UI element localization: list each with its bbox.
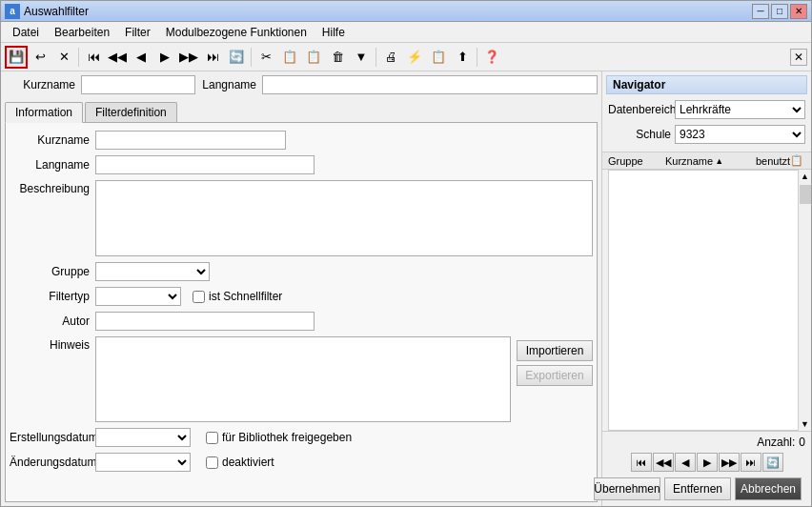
next-next-button[interactable]: ▶▶ bbox=[177, 46, 200, 69]
menu-hilfe[interactable]: Hilfe bbox=[315, 24, 353, 41]
gruppe-select[interactable] bbox=[95, 262, 210, 281]
aenderungsdatum-select[interactable] bbox=[95, 453, 191, 472]
menu-bar: Datei Bearbeiten Filter Modulbezogene Fu… bbox=[1, 22, 811, 43]
nav-next-next-button[interactable]: ▶▶ bbox=[719, 453, 740, 472]
table-body-content bbox=[608, 170, 805, 431]
help-button[interactable]: ❓ bbox=[480, 46, 503, 69]
maximize-button[interactable]: □ bbox=[771, 4, 788, 19]
aenderungsdatum-label: Änderungsdatum bbox=[10, 456, 95, 469]
prev-prev-button[interactable]: ◀◀ bbox=[106, 46, 129, 69]
lightning-button[interactable]: ⚡ bbox=[403, 46, 426, 69]
nav-last-button[interactable]: ⏭ bbox=[741, 453, 761, 472]
title-bar: a Auswahlfilter ─ □ ✕ bbox=[1, 1, 811, 22]
close-button[interactable]: ✕ bbox=[790, 4, 807, 19]
undo-button[interactable]: ↩ bbox=[29, 46, 51, 69]
main-content: Kurzname Langname Information Filterdefi… bbox=[1, 71, 811, 506]
first-button[interactable]: ⏮ bbox=[82, 46, 105, 69]
langname-label: Langname bbox=[10, 158, 95, 172]
toolbar-close-button[interactable]: ✕ bbox=[790, 49, 807, 66]
tab-filterdefinition[interactable]: Filterdefinition bbox=[85, 102, 177, 122]
cut-button[interactable]: ✂ bbox=[254, 46, 277, 69]
tab-information-content: Kurzname Langname Beschreibung bbox=[5, 123, 598, 502]
nav-toolbar: ⏮ ◀◀ ◀ ▶ ▶▶ ⏭ 🔄 bbox=[608, 453, 805, 472]
gruppe-label: Gruppe bbox=[10, 265, 95, 278]
table-icon[interactable]: 📋 bbox=[790, 154, 805, 167]
bibliothek-checkbox-label: für Bibliothek freigegeben bbox=[206, 431, 352, 444]
menu-filter[interactable]: Filter bbox=[117, 24, 158, 41]
autor-input[interactable] bbox=[95, 312, 315, 331]
tabs-header: Information Filterdefinition bbox=[5, 102, 598, 123]
exportieren-button[interactable]: Exportieren bbox=[517, 365, 593, 386]
kurzname-input[interactable] bbox=[95, 131, 286, 150]
hinweis-label: Hinweis bbox=[10, 336, 95, 352]
anzahl-label: Anzahl: bbox=[757, 436, 795, 449]
scroll-down-arrow[interactable]: ▼ bbox=[799, 417, 811, 431]
nav-first-button[interactable]: ⏮ bbox=[631, 453, 652, 472]
scroll-up-arrow[interactable]: ▲ bbox=[799, 170, 811, 183]
filtertyp-label: Filtertyp bbox=[10, 290, 95, 303]
toolbar-separator-3 bbox=[376, 48, 376, 67]
entfernen-button[interactable]: Entfernen bbox=[664, 477, 731, 500]
deaktiviert-checkbox[interactable] bbox=[206, 456, 218, 469]
title-buttons: ─ □ ✕ bbox=[752, 4, 807, 19]
schule-select[interactable]: 9323 bbox=[675, 125, 805, 144]
print-button[interactable]: 🖨 bbox=[379, 46, 402, 69]
delete-button[interactable]: ✕ bbox=[52, 46, 75, 69]
upload-button[interactable]: ⬆ bbox=[451, 46, 474, 69]
down-button[interactable]: ▼ bbox=[350, 46, 373, 69]
header-langname-input[interactable] bbox=[262, 75, 598, 94]
hinweis-textarea[interactable] bbox=[95, 336, 511, 422]
schnellfilter-checkbox-label: ist Schnellfilter bbox=[193, 290, 282, 303]
bibliothek-checkbox[interactable] bbox=[206, 432, 218, 444]
importieren-button[interactable]: Importieren bbox=[517, 340, 593, 361]
refresh-button[interactable]: 🔄 bbox=[225, 46, 248, 69]
import-export-area: Importieren Exportieren bbox=[517, 340, 593, 386]
erstellungsdatum-row: Erstellungsdatum für Bibliothek freigege… bbox=[10, 428, 593, 447]
right-panel: Navigator Datenbereich Lehrkräfte Schule… bbox=[601, 71, 811, 506]
nav-next-button[interactable]: ▶ bbox=[697, 453, 718, 472]
navigator-header: Navigator bbox=[606, 75, 807, 94]
gruppe-row: Gruppe bbox=[10, 262, 593, 281]
schnellfilter-checkbox[interactable] bbox=[193, 291, 205, 303]
datenbereich-select[interactable]: Lehrkräfte bbox=[675, 100, 805, 119]
scrollbar-thumb[interactable] bbox=[800, 185, 811, 204]
left-panel: Kurzname Langname Information Filterdefi… bbox=[1, 71, 601, 506]
kurzname-label: Kurzname bbox=[10, 133, 95, 147]
menu-datei[interactable]: Datei bbox=[5, 24, 47, 41]
minimize-button[interactable]: ─ bbox=[752, 4, 769, 19]
nav-prev-button[interactable]: ◀ bbox=[675, 453, 696, 472]
erstellungsdatum-select[interactable] bbox=[95, 428, 191, 447]
uebernehmen-button[interactable]: Übernehmen bbox=[594, 477, 660, 500]
prev-button[interactable]: ◀ bbox=[130, 46, 152, 69]
deaktiviert-area: deaktiviert bbox=[206, 456, 593, 469]
filtertyp-row: Filtertyp ist Schnellfilter bbox=[10, 287, 593, 306]
paste-button[interactable]: 📋 bbox=[302, 46, 325, 69]
clipboard2-button[interactable]: 📋 bbox=[427, 46, 450, 69]
main-window: a Auswahlfilter ─ □ ✕ Datei Bearbeiten F… bbox=[0, 0, 812, 507]
next-button[interactable]: ▶ bbox=[153, 46, 176, 69]
save-button[interactable]: 💾 bbox=[5, 46, 28, 69]
header-kurzname-input[interactable] bbox=[81, 75, 195, 94]
window-title: Auswahlfilter bbox=[24, 5, 752, 18]
langname-input[interactable] bbox=[95, 155, 315, 174]
nav-prev-prev-button[interactable]: ◀◀ bbox=[653, 453, 674, 472]
last-button[interactable]: ⏭ bbox=[201, 46, 224, 69]
nav-refresh-button[interactable]: 🔄 bbox=[762, 453, 783, 472]
col-gruppe: Gruppe bbox=[608, 155, 665, 167]
tab-information[interactable]: Information bbox=[5, 102, 83, 123]
abbrechen-button[interactable]: Abbrechen bbox=[735, 477, 802, 500]
menu-bearbeiten[interactable]: Bearbeiten bbox=[47, 24, 117, 41]
langname-row: Langname bbox=[10, 155, 593, 174]
schule-row: Schule 9323 bbox=[602, 123, 811, 146]
table-scrollbar[interactable]: ▲ ▼ bbox=[798, 170, 811, 431]
anzahl-row: Anzahl: 0 bbox=[608, 436, 805, 449]
toolbar: 💾 ↩ ✕ ⏮ ◀◀ ◀ ▶ ▶▶ ⏭ 🔄 ✂ 📋 📋 🗑 ▼ 🖨 ⚡ 📋 ⬆ … bbox=[1, 43, 811, 71]
trash-button[interactable]: 🗑 bbox=[326, 46, 349, 69]
beschreibung-textarea[interactable] bbox=[95, 180, 593, 256]
navigator-table-header: Gruppe Kurzname ▲ benutzt 📋 bbox=[602, 152, 811, 170]
kurzname-row: Kurzname bbox=[10, 131, 593, 150]
filtertyp-select[interactable] bbox=[95, 287, 181, 306]
beschreibung-label: Beschreibung bbox=[10, 180, 95, 195]
menu-modulbezogene[interactable]: Modulbezogene Funktionen bbox=[158, 24, 315, 41]
copy-button[interactable]: 📋 bbox=[278, 46, 301, 69]
